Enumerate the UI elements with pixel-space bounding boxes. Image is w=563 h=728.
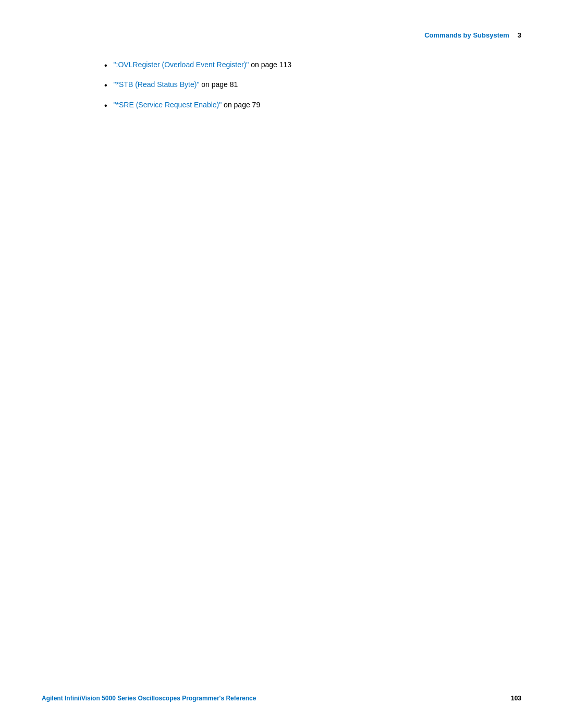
header-chapter-number: 3 [518,31,521,39]
list-item: • ":OVLRegister (Overload Event Register… [104,60,521,71]
link-stb[interactable]: "*STB (Read Status Byte)" [114,80,200,89]
list-item: • "*STB (Read Status Byte)" on page 81 [104,80,521,91]
page-header: Commands by Subsystem 3 [42,31,521,39]
bullet-dot: • [104,80,107,91]
link-ovlregister[interactable]: ":OVLRegister (Overload Event Register)" [114,60,249,69]
header-right: Commands by Subsystem 3 [424,31,521,39]
bullet-dot: • [104,60,107,71]
bullet-text: "*SRE (Service Request Enable)" on page … [114,100,261,110]
page-ref-2: on page 81 [201,80,238,89]
bullet-dot: • [104,100,107,112]
bullet-text: ":OVLRegister (Overload Event Register)"… [114,60,291,70]
header-title: Commands by Subsystem [424,31,509,39]
bullet-text: "*STB (Read Status Byte)" on page 81 [114,80,238,90]
page-ref-3: on page 79 [224,101,260,109]
footer-page-number: 103 [511,695,521,702]
page-container: Commands by Subsystem 3 • ":OVLRegister … [0,0,563,728]
link-sre[interactable]: "*SRE (Service Request Enable)" [114,101,222,109]
footer-title: Agilent InfiniiVision 5000 Series Oscill… [42,695,256,702]
list-item: • "*SRE (Service Request Enable)" on pag… [104,100,521,112]
bullet-list: • ":OVLRegister (Overload Event Register… [104,60,521,112]
page-footer: Agilent InfiniiVision 5000 Series Oscill… [42,695,521,702]
page-ref-1: on page 113 [251,60,291,69]
content-area: • ":OVLRegister (Overload Event Register… [42,60,521,112]
